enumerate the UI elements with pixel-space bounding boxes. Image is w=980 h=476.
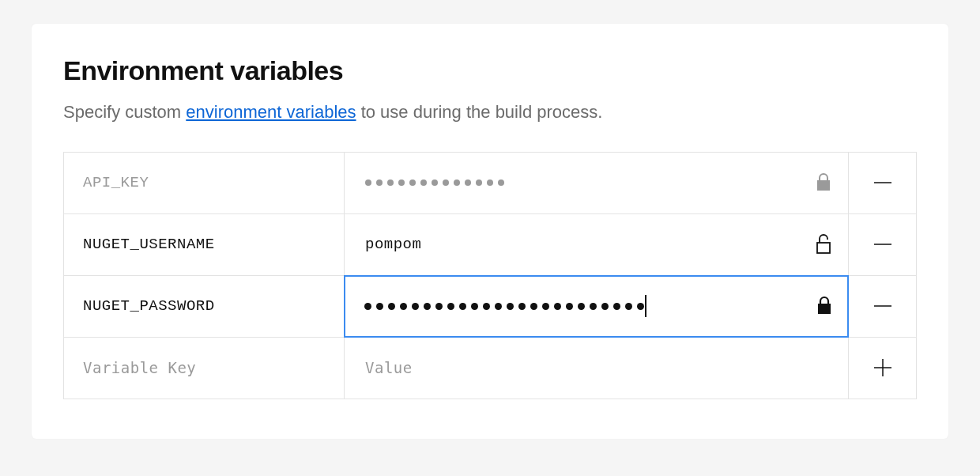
value-cell[interactable] (345, 338, 848, 399)
key-cell[interactable]: NUGET_PASSWORD (64, 276, 345, 337)
svg-rect-4 (818, 304, 831, 314)
description-suffix: to use during the build process. (356, 102, 603, 122)
section-heading: Environment variables (63, 55, 917, 86)
minus-icon (873, 296, 893, 316)
env-variables-card: Environment variables Specify custom env… (32, 24, 948, 439)
lock-icon (816, 296, 833, 316)
svg-rect-0 (817, 180, 830, 191)
value-cell[interactable] (345, 153, 848, 213)
key-cell[interactable]: API_KEY (64, 153, 345, 213)
plus-icon (873, 357, 893, 378)
env-key: NUGET_USERNAME (83, 236, 325, 253)
env-row: NUGET_PASSWORD (64, 275, 916, 337)
svg-rect-2 (817, 243, 830, 253)
env-variables-table: API_KEY (63, 152, 917, 399)
key-cell[interactable]: NUGET_USERNAME (64, 214, 345, 275)
env-value-masked (365, 179, 805, 186)
new-value-input[interactable] (365, 359, 832, 376)
env-variables-link[interactable]: environment variables (186, 102, 356, 122)
text-cursor (645, 295, 646, 317)
env-value-masked (364, 295, 806, 317)
value-cell[interactable]: pompom (345, 214, 848, 275)
key-cell[interactable] (64, 338, 345, 399)
env-row: NUGET_USERNAME pompom (64, 213, 916, 275)
value-cell[interactable] (344, 275, 849, 338)
remove-row-button[interactable] (848, 214, 916, 275)
new-key-input[interactable] (83, 359, 325, 376)
minus-icon (873, 172, 893, 193)
section-description: Specify custom environment variables to … (63, 100, 917, 125)
description-prefix: Specify custom (63, 102, 186, 122)
lock-toggle[interactable] (805, 172, 832, 193)
remove-row-button[interactable] (848, 153, 916, 213)
lock-toggle[interactable] (805, 233, 832, 255)
env-key: API_KEY (83, 174, 325, 191)
add-row-button[interactable] (848, 338, 916, 399)
lock-toggle[interactable] (806, 296, 833, 316)
remove-row-button[interactable] (848, 276, 916, 337)
env-row: API_KEY (64, 152, 916, 213)
env-row-new (64, 337, 916, 399)
lock-icon (815, 172, 832, 193)
unlock-icon (815, 233, 832, 255)
env-value: pompom (365, 236, 805, 253)
minus-icon (873, 234, 893, 255)
env-key: NUGET_PASSWORD (83, 297, 325, 315)
